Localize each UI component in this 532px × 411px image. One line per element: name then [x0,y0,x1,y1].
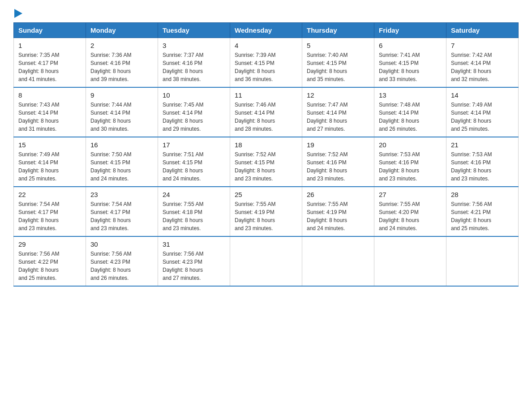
calendar-table: SundayMondayTuesdayWednesdayThursdayFrid… [13,22,519,287]
day-number: 2 [90,42,153,49]
day-number: 6 [379,42,442,49]
calendar-cell: 22 Sunrise: 7:54 AM Sunset: 4:17 PM Dayl… [14,187,86,236]
day-number: 10 [163,91,225,99]
weekday-header-saturday: Saturday [446,23,519,38]
logo [13,9,23,18]
day-info: Sunrise: 7:52 AM Sunset: 4:15 PM Dayligh… [235,150,297,183]
calendar-cell: 26 Sunrise: 7:55 AM Sunset: 4:19 PM Dayl… [302,187,374,236]
page-header [13,9,519,18]
day-number: 28 [451,191,514,198]
day-info: Sunrise: 7:56 AM Sunset: 4:22 PM Dayligh… [18,250,81,282]
calendar-week-row: 1 Sunrise: 7:35 AM Sunset: 4:17 PM Dayli… [14,38,519,88]
weekday-header-thursday: Thursday [302,23,374,38]
weekday-header-friday: Friday [374,23,446,38]
day-number: 16 [90,141,153,149]
day-number: 18 [235,141,297,149]
day-info: Sunrise: 7:47 AM Sunset: 4:14 PM Dayligh… [307,101,369,133]
calendar-cell: 2 Sunrise: 7:36 AM Sunset: 4:16 PM Dayli… [86,38,158,88]
day-number: 22 [18,191,81,198]
weekday-header-tuesday: Tuesday [158,23,230,38]
day-info: Sunrise: 7:41 AM Sunset: 4:15 PM Dayligh… [379,51,442,83]
day-number: 23 [90,191,153,198]
day-number: 25 [235,191,297,198]
day-number: 7 [451,42,514,49]
weekday-header-monday: Monday [86,23,158,38]
day-info: Sunrise: 7:48 AM Sunset: 4:14 PM Dayligh… [379,101,442,133]
calendar-header-row: SundayMondayTuesdayWednesdayThursdayFrid… [14,23,519,38]
calendar-cell: 9 Sunrise: 7:44 AM Sunset: 4:14 PM Dayli… [86,87,158,137]
day-number: 13 [379,91,442,99]
calendar-cell: 11 Sunrise: 7:46 AM Sunset: 4:14 PM Dayl… [230,87,302,137]
calendar-cell: 10 Sunrise: 7:45 AM Sunset: 4:14 PM Dayl… [158,87,230,137]
calendar-cell: 17 Sunrise: 7:51 AM Sunset: 4:15 PM Dayl… [158,137,230,187]
calendar-cell: 14 Sunrise: 7:49 AM Sunset: 4:14 PM Dayl… [446,87,519,137]
day-number: 29 [18,240,81,248]
day-info: Sunrise: 7:35 AM Sunset: 4:17 PM Dayligh… [18,51,81,83]
calendar-cell [374,236,446,286]
day-info: Sunrise: 7:45 AM Sunset: 4:14 PM Dayligh… [163,101,225,133]
calendar-cell [446,236,519,286]
calendar-cell: 25 Sunrise: 7:55 AM Sunset: 4:19 PM Dayl… [230,187,302,236]
calendar-cell: 15 Sunrise: 7:49 AM Sunset: 4:14 PM Dayl… [14,137,86,187]
calendar-week-row: 22 Sunrise: 7:54 AM Sunset: 4:17 PM Dayl… [14,187,519,236]
day-number: 21 [451,141,514,149]
calendar-cell: 13 Sunrise: 7:48 AM Sunset: 4:14 PM Dayl… [374,87,446,137]
calendar-cell: 21 Sunrise: 7:53 AM Sunset: 4:16 PM Dayl… [446,137,519,187]
calendar-cell [302,236,374,286]
calendar-week-row: 8 Sunrise: 7:43 AM Sunset: 4:14 PM Dayli… [14,87,519,137]
calendar-week-row: 29 Sunrise: 7:56 AM Sunset: 4:22 PM Dayl… [14,236,519,286]
day-number: 11 [235,91,297,99]
calendar-cell [230,236,302,286]
day-info: Sunrise: 7:49 AM Sunset: 4:14 PM Dayligh… [18,150,81,183]
day-info: Sunrise: 7:43 AM Sunset: 4:14 PM Dayligh… [18,101,81,133]
calendar-cell: 19 Sunrise: 7:52 AM Sunset: 4:16 PM Dayl… [302,137,374,187]
calendar-cell: 29 Sunrise: 7:56 AM Sunset: 4:22 PM Dayl… [14,236,86,286]
calendar-cell: 7 Sunrise: 7:42 AM Sunset: 4:14 PM Dayli… [446,38,519,88]
day-info: Sunrise: 7:53 AM Sunset: 4:16 PM Dayligh… [379,150,442,183]
calendar-cell: 3 Sunrise: 7:37 AM Sunset: 4:16 PM Dayli… [158,38,230,88]
day-number: 19 [307,141,369,149]
day-number: 15 [18,141,81,149]
calendar-cell: 1 Sunrise: 7:35 AM Sunset: 4:17 PM Dayli… [14,38,86,88]
day-info: Sunrise: 7:53 AM Sunset: 4:16 PM Dayligh… [451,150,514,183]
logo-triangle-icon [14,9,23,18]
day-info: Sunrise: 7:50 AM Sunset: 4:15 PM Dayligh… [90,150,153,183]
day-number: 30 [90,240,153,248]
calendar-cell: 30 Sunrise: 7:56 AM Sunset: 4:23 PM Dayl… [86,236,158,286]
day-info: Sunrise: 7:55 AM Sunset: 4:18 PM Dayligh… [163,200,225,232]
calendar-cell: 31 Sunrise: 7:56 AM Sunset: 4:23 PM Dayl… [158,236,230,286]
calendar-cell: 23 Sunrise: 7:54 AM Sunset: 4:17 PM Dayl… [86,187,158,236]
day-info: Sunrise: 7:36 AM Sunset: 4:16 PM Dayligh… [90,51,153,83]
calendar-cell: 6 Sunrise: 7:41 AM Sunset: 4:15 PM Dayli… [374,38,446,88]
day-info: Sunrise: 7:54 AM Sunset: 4:17 PM Dayligh… [18,200,81,232]
day-info: Sunrise: 7:37 AM Sunset: 4:16 PM Dayligh… [163,51,225,83]
day-info: Sunrise: 7:56 AM Sunset: 4:21 PM Dayligh… [451,200,514,232]
calendar-week-row: 15 Sunrise: 7:49 AM Sunset: 4:14 PM Dayl… [14,137,519,187]
day-number: 8 [18,91,81,99]
calendar-cell: 4 Sunrise: 7:39 AM Sunset: 4:15 PM Dayli… [230,38,302,88]
day-info: Sunrise: 7:55 AM Sunset: 4:19 PM Dayligh… [307,200,369,232]
day-number: 24 [163,191,225,198]
day-info: Sunrise: 7:42 AM Sunset: 4:14 PM Dayligh… [451,51,514,83]
day-number: 26 [307,191,369,198]
day-info: Sunrise: 7:56 AM Sunset: 4:23 PM Dayligh… [90,250,153,282]
calendar-cell: 5 Sunrise: 7:40 AM Sunset: 4:15 PM Dayli… [302,38,374,88]
day-info: Sunrise: 7:56 AM Sunset: 4:23 PM Dayligh… [163,250,225,282]
calendar-cell: 24 Sunrise: 7:55 AM Sunset: 4:18 PM Dayl… [158,187,230,236]
day-number: 9 [90,91,153,99]
calendar-cell: 12 Sunrise: 7:47 AM Sunset: 4:14 PM Dayl… [302,87,374,137]
weekday-header-wednesday: Wednesday [230,23,302,38]
day-number: 12 [307,91,369,99]
day-number: 20 [379,141,442,149]
calendar-cell: 8 Sunrise: 7:43 AM Sunset: 4:14 PM Dayli… [14,87,86,137]
day-number: 5 [307,42,369,49]
calendar-cell: 16 Sunrise: 7:50 AM Sunset: 4:15 PM Dayl… [86,137,158,187]
day-info: Sunrise: 7:39 AM Sunset: 4:15 PM Dayligh… [235,51,297,83]
calendar-cell: 28 Sunrise: 7:56 AM Sunset: 4:21 PM Dayl… [446,187,519,236]
weekday-header-sunday: Sunday [14,23,86,38]
day-number: 3 [163,42,225,49]
day-info: Sunrise: 7:51 AM Sunset: 4:15 PM Dayligh… [163,150,225,183]
calendar-cell: 27 Sunrise: 7:55 AM Sunset: 4:20 PM Dayl… [374,187,446,236]
day-info: Sunrise: 7:54 AM Sunset: 4:17 PM Dayligh… [90,200,153,232]
day-number: 4 [235,42,297,49]
